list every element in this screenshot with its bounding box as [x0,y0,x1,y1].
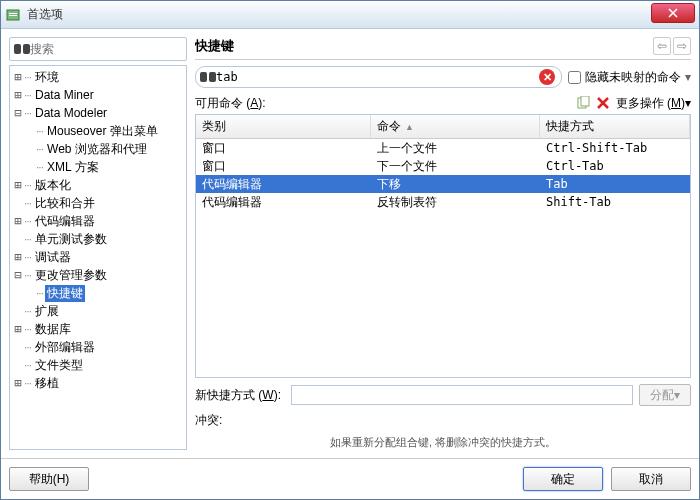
expander-icon[interactable]: ⊟ [12,107,24,119]
col-shortcut[interactable]: 快捷方式 [540,115,690,138]
search-box[interactable] [9,37,187,61]
tree-item[interactable]: ···XML 方案 [10,158,186,176]
tree-item[interactable]: ⊞···调试器 [10,248,186,266]
titlebar: 首选项 [1,1,699,29]
svg-rect-1 [9,13,17,14]
sort-asc-icon: ▲ [405,122,414,132]
tree-item[interactable]: ···Mouseover 弹出菜单 [10,122,186,140]
new-shortcut-label: 新快捷方式 (W): [195,387,285,404]
tree-item[interactable]: ···快捷键 [10,284,186,302]
filter-input[interactable] [216,70,539,84]
tree-item[interactable]: ⊞···环境 [10,68,186,86]
tree-item-label: 比较和合并 [33,195,97,212]
left-pane: ⊞···环境⊞···Data Miner⊟···Data Modeler···M… [9,37,187,450]
tree-item[interactable]: ···Web 浏览器和代理 [10,140,186,158]
tree-item-label: XML 方案 [45,159,101,176]
new-shortcut-input[interactable] [291,385,633,405]
tree-item[interactable]: ⊞···Data Miner [10,86,186,104]
expander-icon[interactable]: ⊞ [12,377,24,389]
dialog-footer: 帮助(H) 确定 取消 [1,458,699,499]
divider [195,59,691,60]
preferences-dialog: 首选项 ⊞···环境⊞···Data Miner⊟···Data Modeler… [0,0,700,500]
tree-item[interactable]: ⊞···数据库 [10,320,186,338]
page-title: 快捷键 [195,37,653,55]
nav-back-button[interactable]: ⇦ [653,37,671,55]
hide-unmapped-input[interactable] [568,71,581,84]
tree-item-label: 调试器 [33,249,73,266]
ok-button[interactable]: 确定 [523,467,603,491]
tree-item-label: 移植 [33,375,61,392]
tree-item-label: Mouseover 弹出菜单 [45,123,160,140]
expander-icon[interactable]: ⊟ [12,269,24,281]
tree-item[interactable]: ···文件类型 [10,356,186,374]
tree-item-label: Web 浏览器和代理 [45,141,149,158]
col-category[interactable]: 类别 [196,115,371,138]
table-row[interactable]: 窗口下一个文件Ctrl-Tab [196,157,690,175]
table-body[interactable]: 窗口上一个文件Ctrl-Shift-Tab窗口下一个文件Ctrl-Tab代码编辑… [196,139,690,377]
tree-item-label: 环境 [33,69,61,86]
shortcuts-table: 类别 命令▲ 快捷方式 窗口上一个文件Ctrl-Shift-Tab窗口下一个文件… [195,114,691,378]
tree-item-label: Data Miner [33,88,96,102]
assign-button[interactable]: 分配▾ [639,384,691,406]
tree-item[interactable]: ···外部编辑器 [10,338,186,356]
delete-icon[interactable] [594,94,612,112]
tree-item-label: 文件类型 [33,357,85,374]
tree-item-label: 版本化 [33,177,73,194]
tree-item[interactable]: ···单元测试参数 [10,230,186,248]
tree-item[interactable]: ⊟···更改管理参数 [10,266,186,284]
expander-icon[interactable]: ⊞ [12,215,24,227]
table-row[interactable]: 代码编辑器下移Tab [196,175,690,193]
tree-item-label: 外部编辑器 [33,339,97,356]
filter-box[interactable]: ✕ [195,66,562,88]
tree-item-label: 更改管理参数 [33,267,109,284]
expander-icon[interactable]: ⊞ [12,179,24,191]
right-pane: 快捷键 ⇦ ⇨ ✕ 隐藏未映射的命令 ▾ [195,37,691,450]
tree-item[interactable]: ⊟···Data Modeler [10,104,186,122]
search-input[interactable] [30,42,182,56]
conflict-label: 冲突: [195,412,285,429]
svg-rect-6 [581,96,589,106]
tree-item[interactable]: ⊞···代码编辑器 [10,212,186,230]
hide-unmapped-checkbox[interactable]: 隐藏未映射的命令 ▾ [568,69,691,86]
col-command[interactable]: 命令▲ [371,115,540,138]
tree-item-label: 代码编辑器 [33,213,97,230]
copy-icon[interactable] [574,94,592,112]
table-row[interactable]: 窗口上一个文件Ctrl-Shift-Tab [196,139,690,157]
svg-rect-2 [9,15,17,16]
tree-item-label: 快捷键 [45,285,85,302]
window-title: 首选项 [27,6,651,23]
available-commands-label: 可用命令 (A): [195,95,572,112]
hint-text: 如果重新分配组合键, 将删除冲突的快捷方式。 [195,435,691,450]
expander-icon[interactable]: ⊞ [12,71,24,83]
tree-item[interactable]: ⊞···版本化 [10,176,186,194]
tree-item-label: Data Modeler [33,106,109,120]
expander-icon[interactable]: ⊞ [12,251,24,263]
dropdown-icon[interactable]: ▾ [685,70,691,84]
tree-item-label: 单元测试参数 [33,231,109,248]
tree-item-label: 数据库 [33,321,73,338]
hide-unmapped-label: 隐藏未映射的命令 [585,69,681,86]
tree-item[interactable]: ···比较和合并 [10,194,186,212]
nav-forward-button[interactable]: ⇨ [673,37,691,55]
tree-item[interactable]: ⊞···移植 [10,374,186,392]
binoculars-icon [200,70,216,84]
cancel-button[interactable]: 取消 [611,467,691,491]
expander-icon[interactable]: ⊞ [12,89,24,101]
tree-item[interactable]: ···扩展 [10,302,186,320]
expander-icon[interactable]: ⊞ [12,323,24,335]
help-button[interactable]: 帮助(H) [9,467,89,491]
tree-item-label: 扩展 [33,303,61,320]
category-tree[interactable]: ⊞···环境⊞···Data Miner⊟···Data Modeler···M… [9,65,187,450]
table-row[interactable]: 代码编辑器反转制表符Shift-Tab [196,193,690,211]
app-icon [5,7,21,23]
close-button[interactable] [651,3,695,23]
table-header: 类别 命令▲ 快捷方式 [196,115,690,139]
more-actions-link[interactable]: 更多操作 (M)▾ [616,95,691,112]
clear-filter-button[interactable]: ✕ [539,69,555,85]
dialog-body: ⊞···环境⊞···Data Miner⊟···Data Modeler···M… [1,29,699,458]
binoculars-icon [14,42,30,56]
